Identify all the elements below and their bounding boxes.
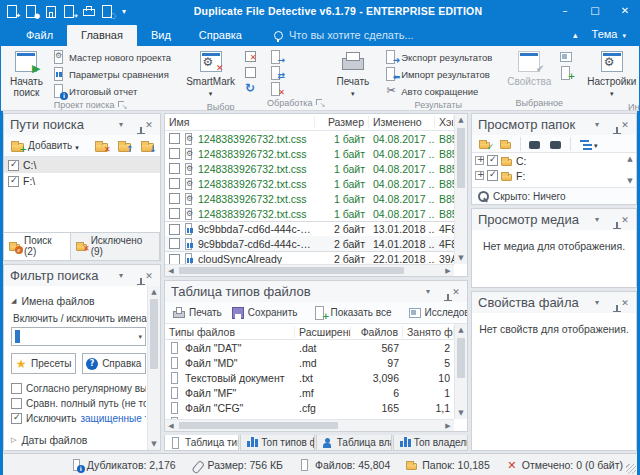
tab-top-owners[interactable]: Топ владель... — [393, 435, 468, 451]
type-row[interactable]: Файл "CFG" .cfg 165 1,1 — [165, 400, 454, 415]
help-button[interactable]: ? Справка — [82, 353, 147, 374]
type-row[interactable]: Файл "DAT" .dat 567 2 — [165, 340, 454, 355]
checkbox[interactable] — [11, 398, 22, 409]
dialog-launcher-icon[interactable] — [118, 101, 126, 109]
delete-files-button[interactable]: ✕ — [267, 81, 285, 96]
type-row[interactable]: Файл "MD" .md 97 5 — [165, 355, 454, 370]
print-button[interactable]: Печать — [332, 48, 373, 102]
tab-help[interactable]: Справка — [185, 25, 256, 46]
print-types-button[interactable]: Печать — [169, 305, 225, 321]
uncheck-all-folders-button[interactable] — [497, 137, 515, 151]
panel-menu-icon[interactable]: ▾ — [590, 298, 604, 307]
column-file-types[interactable]: Типы файлов — [165, 326, 295, 338]
tree-options-button[interactable] — [576, 137, 601, 151]
file-checkbox[interactable] — [169, 254, 180, 265]
file-row[interactable]: ⚙1248383926732.txt.css 1 байт 04.08.2017… — [165, 146, 454, 161]
new-project-wizard-button[interactable]: ⚙ Мастер нового проекта — [49, 49, 174, 65]
summary-report-button[interactable]: i Итоговый отчет — [49, 83, 174, 99]
close-icon[interactable]: ✕ — [142, 271, 156, 281]
name-filter-input[interactable]: ▾ — [11, 327, 146, 346]
scroll-left-icon[interactable]: ◀ — [165, 420, 177, 431]
panel-menu-icon[interactable]: ▾ — [590, 120, 604, 129]
file-row[interactable]: 9c9bbda7-cd6d-444c-8961-7... 2 байт 13.0… — [165, 221, 454, 236]
new-file-icon[interactable]: ● — [25, 5, 39, 18]
file-row[interactable]: 9c9bbda7-cd6d-444c-8961-7... 2 байт 14.0… — [165, 236, 454, 251]
find-next-button[interactable] — [526, 137, 544, 151]
tab-file[interactable]: Файл — [12, 25, 67, 46]
drive-checkbox[interactable] — [487, 170, 498, 181]
expand-icon[interactable] — [475, 156, 484, 165]
protected-types-link[interactable]: защищенные типы фа — [80, 413, 146, 424]
scroll-up-icon[interactable]: ▲ — [148, 286, 160, 298]
full-path-checkbox-row[interactable]: Сравн. полный путь (не только и — [11, 398, 146, 409]
checkbox[interactable] — [11, 383, 22, 394]
regex-checkbox-row[interactable]: Согласно регулярному выражени — [11, 383, 146, 394]
tell-me-box[interactable]: Что вы хотите сделать... — [274, 29, 414, 46]
path-row[interactable]: F:\ — [4, 173, 160, 189]
scroll-right-icon[interactable]: ▶ — [442, 265, 454, 276]
theme-button[interactable]: Тема — [588, 28, 640, 46]
explore-button[interactable]: Исследовать — [405, 305, 468, 321]
panel-menu-icon[interactable]: ▾ — [114, 120, 128, 129]
move-path-up-button[interactable]: ↑ — [115, 138, 135, 154]
scroll-up-icon[interactable]: ▲ — [455, 114, 467, 126]
path-checkbox[interactable] — [8, 160, 19, 171]
export-window-icon[interactable]: ➜ — [63, 5, 77, 18]
close-icon[interactable]: ✕ — [142, 120, 156, 130]
save-icon[interactable] — [44, 5, 58, 18]
panel-menu-icon[interactable]: ▾ — [421, 287, 435, 296]
exclude-protected-checkbox-row[interactable]: Исключить защищенные типы фа — [11, 413, 146, 424]
tree-scroll-arrows[interactable]: ▲▼ — [625, 155, 635, 185]
column-hash[interactable]: Хэш — [435, 116, 454, 128]
minimize-button[interactable]: – — [550, 0, 580, 22]
results-vscrollbar[interactable]: ▲ ▼ — [454, 114, 467, 264]
check-all-folders-button[interactable]: ✓ — [476, 137, 494, 151]
tab-excluded-paths[interactable]: ✕ Исключено (9) — [71, 233, 160, 260]
file-checkbox[interactable] — [169, 178, 180, 189]
file-row[interactable]: cloudSyncAlready 2 байт 22.01.2018 ... 3… — [165, 251, 454, 264]
clear-marks-button[interactable] — [241, 65, 259, 80]
drive-checkbox[interactable] — [487, 155, 498, 166]
import-results-button[interactable]: ⬅ Импорт результатов — [381, 66, 495, 82]
tab-types-table[interactable]: Таблица тип... — [164, 435, 239, 451]
file-checkbox[interactable] — [169, 224, 180, 235]
scroll-up-icon[interactable]: ▲ — [455, 324, 467, 336]
file-row[interactable]: ⚙1248383926732.txt.css 1 байт 04.08.2017… — [165, 206, 454, 221]
column-extension[interactable]: Расширение — [295, 326, 351, 338]
auto-reduce-button[interactable]: ✂ Авто сокращение — [381, 83, 495, 99]
scroll-down-icon[interactable]: ▼ — [455, 407, 467, 419]
tab-home[interactable]: Главная — [67, 25, 137, 46]
scroll-down-icon[interactable]: ▼ — [455, 252, 467, 264]
tab-view[interactable]: Вид — [137, 25, 185, 46]
settings-button[interactable]: ⚙ Настройки — [583, 48, 639, 102]
file-row[interactable]: ⚙1248383926732.txt.css 1 байт 04.08.2017… — [165, 176, 454, 191]
export-results-button[interactable]: ➜ Экспорт результатов — [381, 49, 495, 65]
move-files-button[interactable]: ⇄ — [267, 65, 285, 80]
results-hscrollbar[interactable]: ◀ ▶ — [165, 264, 454, 276]
column-modified[interactable]: Изменено — [369, 116, 435, 128]
path-checkbox[interactable] — [8, 176, 19, 187]
file-checkbox[interactable] — [169, 163, 180, 174]
close-button[interactable]: ✕ — [610, 0, 640, 22]
close-icon[interactable]: ✕ — [618, 298, 632, 308]
file-row[interactable]: ⚙1248383926732.txt.css 1 байт 04.08.2017… — [165, 131, 454, 146]
properties-button[interactable]: ✔ Свойства — [503, 48, 555, 89]
copy-files-button[interactable]: → — [267, 49, 285, 64]
presets-button[interactable]: ★ Пресеты — [11, 353, 76, 374]
column-files[interactable]: Файлов — [351, 326, 403, 338]
column-name[interactable]: Имя — [165, 116, 315, 128]
maximize-button[interactable]: □ — [580, 0, 610, 22]
file-row[interactable]: ⚙1248383926732.txt.css 1 байт 04.08.2017… — [165, 191, 454, 206]
collapse-ribbon-button[interactable] — [573, 30, 588, 46]
expand-icon[interactable] — [475, 171, 484, 180]
type-row[interactable]: Текстовый документ .txt 3,096 10 — [165, 370, 454, 385]
copy-selected-button[interactable]: + — [557, 65, 575, 80]
print-icon[interactable] — [82, 5, 96, 18]
rename-selected-button[interactable] — [557, 49, 575, 64]
tree-row-drive[interactable]: C: — [472, 153, 636, 168]
scroll-down-icon[interactable]: ▼ — [148, 438, 160, 450]
file-checkbox[interactable] — [169, 238, 180, 249]
panel-menu-icon[interactable]: ▾ — [114, 271, 128, 280]
save-types-button[interactable]: Сохранить — [228, 305, 301, 321]
close-icon[interactable]: ✕ — [449, 287, 463, 297]
